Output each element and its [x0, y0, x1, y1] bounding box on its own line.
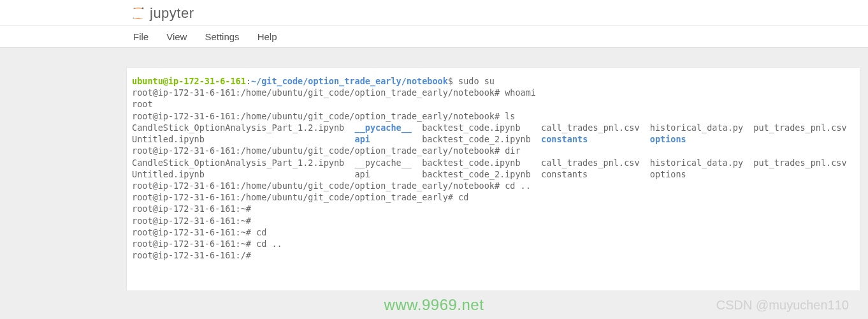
- terminal-line: CandleStick_OptionAnalysis_Part_1.2.ipyn…: [132, 158, 847, 168]
- terminal[interactable]: ubuntu@ip-172-31-6-161:~/git_code/option…: [126, 67, 860, 290]
- terminal-cmd-sudo: sudo su: [458, 76, 495, 86]
- terminal-user: ubuntu@ip-172-31-6-161: [132, 76, 246, 86]
- terminal-line: Untitled.ipynb: [132, 134, 355, 144]
- svg-point-2: [134, 8, 135, 9]
- terminal-sep: :: [246, 76, 251, 86]
- terminal-line: backtest_code_2.ipynb: [370, 134, 541, 144]
- terminal-line: root@ip-172-31-6-161:/home/ubuntu/git_co…: [132, 192, 468, 202]
- terminal-line: root: [132, 99, 153, 109]
- svg-point-0: [142, 8, 144, 10]
- header-inner: jupyter: [131, 5, 868, 22]
- menu-help[interactable]: Help: [255, 30, 280, 43]
- app-container: jupyter File View Settings Help: [0, 0, 868, 48]
- menubar: File View Settings Help: [0, 26, 868, 48]
- terminal-line: root@ip-172-31-6-161:/#: [132, 250, 251, 260]
- menu-file[interactable]: File: [131, 30, 151, 43]
- terminal-line: root@ip-172-31-6-161:~#: [132, 216, 251, 226]
- terminal-line: root@ip-172-31-6-161:/home/ubuntu/git_co…: [132, 145, 521, 156]
- jupyter-icon: [131, 6, 146, 21]
- svg-point-1: [133, 17, 134, 19]
- menubar-inner: File View Settings Help: [131, 30, 868, 43]
- terminal-path: ~/git_code/option_trade_early/notebook: [251, 76, 448, 86]
- terminal-line: root@ip-172-31-6-161:/home/ubuntu/git_co…: [132, 181, 531, 191]
- terminal-line: root@ip-172-31-6-161:~# cd ..: [132, 239, 282, 249]
- header: jupyter: [0, 0, 868, 26]
- terminal-line: root@ip-172-31-6-161:/home/ubuntu/git_co…: [132, 87, 536, 98]
- terminal-line: CandleStick_OptionAnalysis_Part_1.2.ipyn…: [132, 122, 355, 133]
- terminal-dir: api: [355, 134, 370, 144]
- menu-settings[interactable]: Settings: [202, 30, 242, 43]
- terminal-line: root@ip-172-31-6-161:~#: [132, 204, 251, 214]
- terminal-line: Untitled.ipynb api backtest_code_2.ipynb…: [132, 169, 686, 179]
- terminal-container: ubuntu@ip-172-31-6-161:~/git_code/option…: [0, 48, 868, 290]
- terminal-dir: options: [650, 134, 686, 144]
- logo-text: jupyter: [150, 5, 194, 22]
- terminal-line: backtest_code.ipynb call_trades_pnl.csv …: [412, 122, 847, 133]
- menu-view[interactable]: View: [164, 30, 189, 43]
- terminal-line: root@ip-172-31-6-161:/home/ubuntu/git_co…: [132, 111, 515, 121]
- jupyter-logo[interactable]: jupyter: [131, 5, 194, 22]
- terminal-dir: constants: [541, 134, 588, 144]
- terminal-line: [588, 134, 650, 144]
- terminal-line: root@ip-172-31-6-161:~# cd: [132, 227, 266, 237]
- terminal-dir: __pycache__: [355, 122, 412, 133]
- terminal-dollar: $: [448, 76, 458, 86]
- watermark-center: www.9969.net: [384, 296, 484, 314]
- watermark-right: CSDN @muyuchen110: [716, 298, 849, 313]
